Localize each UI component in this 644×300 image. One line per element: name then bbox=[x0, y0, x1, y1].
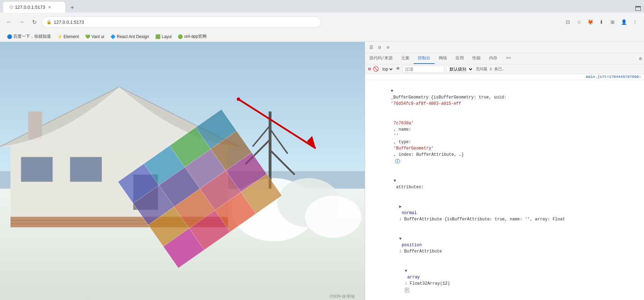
baidu-icon: 🔵 bbox=[7, 34, 12, 39]
webpage-view: OSDN @:联端 bbox=[0, 42, 365, 300]
bookmark-baidu-label: 百度一下，你就知道 bbox=[13, 34, 51, 39]
star-icon[interactable]: ☆ bbox=[574, 17, 584, 27]
devtools-settings: ⚙ bbox=[637, 53, 644, 64]
array-copy-icon[interactable]: ⊞ bbox=[405, 288, 409, 292]
downloads-icon[interactable]: ⬇ bbox=[597, 17, 606, 27]
bookmark-layui[interactable]: 🟩 Layui bbox=[153, 33, 175, 40]
settings-icon[interactable]: ⚙ bbox=[637, 55, 644, 62]
expand-attributes[interactable] bbox=[394, 178, 397, 184]
devtools-dock-icon[interactable]: ☰ bbox=[368, 44, 375, 51]
bookmark-baidu[interactable]: 🔵 百度一下，你就知道 bbox=[4, 32, 54, 41]
level-select[interactable]: 默认级别 bbox=[446, 66, 474, 72]
bookmarks-bar: 🔵 百度一下，你就知道 ⚡ Element 💚 Vant ui 🔷 React … bbox=[0, 31, 644, 42]
tab-network[interactable]: 网络 bbox=[435, 53, 451, 64]
issues-count: 3 条已… bbox=[489, 66, 504, 72]
url-display: 127.0.0.1:5173 bbox=[54, 20, 84, 25]
devtools-toolbar: ⊘ 🚫 top 👁 默认级别 无问题 3 条已… bbox=[365, 64, 644, 74]
nav-bar: ← → ↻ 🔒 127.0.0.1:5173 ⊡ ☆ 🦊 ⬇ ⊞ 👤 ⋮ bbox=[0, 13, 644, 31]
attributes-line[interactable]: attributes: bbox=[365, 171, 644, 197]
tab-bar: ⚪ 127.0.0.1:5173 ✕ + 🗖 bbox=[0, 0, 644, 13]
react-ant-icon: 🔷 bbox=[111, 34, 116, 39]
devtools-panel: ☰ ⊡ ⊙ 源代码/来源 元素 控制台 网络 应用 性能 bbox=[365, 42, 644, 300]
new-tab-button[interactable]: + bbox=[67, 3, 77, 13]
tab-performance[interactable]: 性能 bbox=[468, 53, 485, 64]
nav-icons: ⊡ ☆ 🦊 ⬇ ⊞ 👤 ⋮ bbox=[563, 17, 640, 27]
array-line[interactable]: array : Float32Array(12) ⊞ bbox=[365, 261, 644, 300]
browser-chrome: ⚪ 127.0.0.1:5173 ✕ + 🗖 ← → ↻ 🔒 127.0.0.1… bbox=[0, 0, 644, 31]
minimize-button[interactable]: 🗖 bbox=[635, 5, 641, 13]
devtools-console-content[interactable]: _BufferGeometry {isBufferGeometry: true,… bbox=[365, 80, 644, 300]
svg-rect-7 bbox=[21, 157, 52, 182]
bookmark-layui-label: Layui bbox=[162, 34, 172, 39]
house-scene: OSDN @:联端 bbox=[0, 42, 365, 300]
clear-icon[interactable]: 🚫 bbox=[373, 66, 379, 72]
bookmark-react-ant-label: React Ant Design bbox=[117, 34, 149, 39]
tab-console[interactable]: 控制台 bbox=[414, 53, 435, 64]
bookmark-react-ant[interactable]: 🔷 React Ant Design bbox=[108, 33, 152, 40]
devtools-select-icon[interactable]: ⊡ bbox=[376, 44, 383, 51]
apps-icon[interactable]: ⊞ bbox=[608, 17, 617, 27]
forward-button[interactable]: → bbox=[17, 17, 27, 27]
expand-array[interactable] bbox=[405, 268, 408, 274]
issues-label: 无问题 bbox=[476, 66, 487, 72]
svg-text:OSDN @:联端: OSDN @:联端 bbox=[330, 294, 355, 298]
svg-rect-8 bbox=[70, 157, 102, 182]
bookmark-uniapp-label: uni-app官网 bbox=[184, 34, 207, 39]
devtools-header: ☰ ⊡ ⊙ bbox=[365, 42, 644, 53]
position-line[interactable]: position : BufferAttribute bbox=[365, 229, 644, 261]
context-select[interactable]: top bbox=[381, 66, 394, 72]
vant-icon: 💚 bbox=[85, 34, 90, 39]
lock-icon: 🔒 bbox=[46, 20, 52, 24]
devtools-device-icon[interactable]: ⊙ bbox=[385, 44, 392, 51]
layui-icon: 🟩 bbox=[155, 34, 160, 39]
cast-icon[interactable]: ⊡ bbox=[563, 17, 573, 27]
info-icon[interactable]: i bbox=[395, 159, 400, 163]
bookmark-element-label: Element bbox=[64, 34, 79, 39]
devtools-tabs: 源代码/来源 元素 控制台 网络 应用 性能 内存 >> bbox=[365, 53, 644, 64]
normal-line[interactable]: ▶ normal : BufferAttribute {isBufferAttr… bbox=[365, 197, 644, 229]
svg-point-50 bbox=[237, 97, 240, 101]
tab-memory[interactable]: 内存 bbox=[485, 53, 502, 64]
expand-position[interactable] bbox=[399, 236, 403, 242]
tab-more[interactable]: >> bbox=[502, 53, 515, 64]
expand-arrow-main[interactable] bbox=[391, 88, 394, 94]
element-icon: ⚡ bbox=[57, 34, 62, 39]
svg-point-15 bbox=[305, 196, 361, 238]
back-button[interactable]: ← bbox=[4, 17, 14, 27]
profile-icon[interactable]: 👤 bbox=[619, 17, 629, 27]
bookmark-element[interactable]: ⚡ Element bbox=[54, 33, 82, 40]
uniapp-icon: 🟢 bbox=[178, 34, 183, 39]
eye-icon[interactable]: 👁 bbox=[396, 66, 400, 72]
tab-elements[interactable]: 元素 bbox=[397, 53, 414, 64]
devtools-icon-bar: ☰ ⊡ ⊙ bbox=[368, 44, 392, 51]
bookmark-vant-label: Vant ui bbox=[91, 34, 104, 39]
tab-application[interactable]: 应用 bbox=[451, 53, 468, 64]
refresh-button[interactable]: ↻ bbox=[29, 17, 39, 27]
browser-tab[interactable]: ⚪ 127.0.0.1:5173 ✕ bbox=[3, 1, 66, 13]
main-content: OSDN @:联端 ☰ ⊡ ⊙ 源代码/来源 元素 控制台 网络 bbox=[0, 42, 644, 300]
buffer-geometry-line[interactable]: _BufferGeometry {isBufferGeometry: true,… bbox=[365, 81, 644, 114]
extension-icon[interactable]: 🦊 bbox=[585, 17, 595, 27]
tab-close[interactable]: ✕ bbox=[48, 5, 51, 10]
tab-title: 127.0.0.1:5173 bbox=[15, 5, 45, 10]
tab-favicon: ⚪ bbox=[9, 5, 14, 9]
uuid-line[interactable]: 7c7638a' , name: '' , type: 'BufferGeome… bbox=[365, 114, 644, 171]
svg-rect-6 bbox=[28, 111, 42, 139]
filter-input[interactable] bbox=[402, 66, 444, 73]
ban-icon[interactable]: ⊘ bbox=[368, 66, 371, 72]
source-link[interactable]: main.js?t=1704445787098: bbox=[365, 74, 644, 80]
tab-source[interactable]: 源代码/来源 bbox=[365, 53, 397, 64]
address-bar[interactable]: 🔒 127.0.0.1:5173 bbox=[42, 16, 321, 28]
bookmark-uniapp[interactable]: 🟢 uni-app官网 bbox=[175, 32, 209, 41]
bookmark-vant[interactable]: 💚 Vant ui bbox=[82, 33, 107, 40]
window-controls: 🗖 bbox=[635, 5, 641, 13]
menu-icon[interactable]: ⋮ bbox=[630, 17, 640, 27]
